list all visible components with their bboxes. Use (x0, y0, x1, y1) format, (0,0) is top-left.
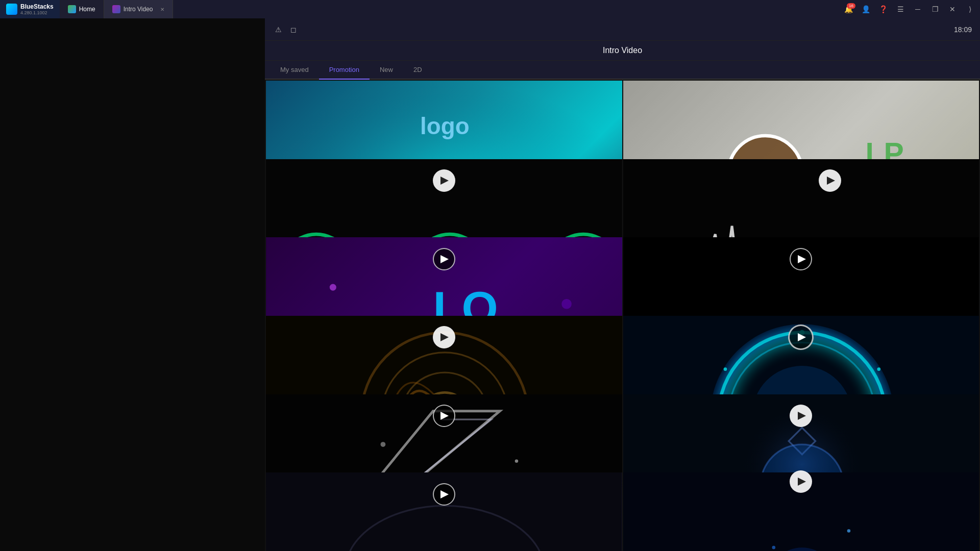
svg-point-58 (772, 546, 775, 549)
help-button[interactable]: ❓ (875, 2, 891, 16)
titlebar-controls: 🔔 16 👤 ❓ ☰ ─ ❐ ✕ ⟩ (840, 0, 980, 18)
account-button[interactable]: 👤 (857, 2, 874, 16)
svg-point-19 (561, 299, 572, 309)
notif-badge: 16 (847, 3, 855, 9)
play-button-2[interactable] (819, 169, 841, 192)
play-button-7[interactable] (433, 405, 455, 427)
app-header: ⚠ ◻ 18:09 (265, 18, 980, 41)
play-button-1[interactable] (433, 169, 455, 192)
app-title-bar: Intro Video (265, 41, 980, 61)
play-button-9[interactable] (433, 483, 455, 506)
tab-2d[interactable]: 2D (403, 61, 432, 79)
tab-new[interactable]: New (370, 61, 403, 79)
header-icons: ⚠ ◻ (273, 24, 299, 35)
expand-button[interactable]: ⟩ (962, 2, 978, 16)
svg-point-17 (330, 284, 336, 291)
home-tab-label: Home (79, 6, 95, 13)
minimize-button[interactable]: ─ (910, 2, 926, 16)
svg-point-43 (515, 459, 519, 463)
close-button[interactable]: ✕ (944, 2, 961, 16)
bookmark-icon[interactable]: ◻ (288, 24, 299, 35)
tab-close-icon[interactable]: ✕ (160, 7, 164, 12)
bluestacks-version: 4.280.1.1002 (20, 10, 54, 15)
svg-point-44 (381, 442, 386, 447)
titlebar: BlueStacks 4.280.1.1002 Home Intro Video… (0, 0, 980, 18)
menu-button[interactable]: ☰ (892, 2, 909, 16)
video-grid: logo 👤 LP (265, 80, 980, 551)
intro-tab-label: Intro Video (124, 6, 153, 13)
bluestacks-name: BlueStacks (20, 3, 54, 10)
intro-icon (112, 5, 120, 13)
left-panel (0, 18, 265, 551)
svg-marker-49 (789, 428, 815, 454)
svg-point-34 (877, 367, 880, 371)
notifications-button[interactable]: 🔔 16 (840, 2, 856, 16)
svg-point-65 (768, 547, 835, 551)
tab-promotion[interactable]: Promotion (319, 61, 370, 80)
header-time: 18:09 (954, 26, 972, 34)
bluestacks-info: BlueStacks 4.280.1.1002 (20, 3, 54, 15)
play-button-10[interactable] (790, 470, 812, 493)
app-title: Intro Video (603, 46, 642, 55)
play-button-5[interactable] (433, 326, 455, 348)
play-button-4[interactable] (790, 248, 812, 270)
tab-intro-video[interactable]: Intro Video ✕ (104, 0, 173, 18)
warning-icon[interactable]: ⚠ (273, 24, 283, 35)
svg-point-63 (847, 529, 850, 533)
tab-my-saved[interactable]: My saved (270, 61, 319, 79)
tabs-bar: My saved Promotion New 2D (265, 61, 980, 80)
restore-button[interactable]: ❐ (927, 2, 943, 16)
svg-point-55 (345, 506, 545, 551)
bluestacks-icon (6, 4, 17, 15)
tab-home[interactable]: Home (60, 0, 104, 18)
svg-text:logo: logo (420, 113, 470, 139)
app-frame: ⚠ ◻ 18:09 Intro Video My saved Promotion… (265, 18, 980, 551)
home-icon (68, 5, 76, 13)
main-container: ⚠ ◻ 18:09 Intro Video My saved Promotion… (0, 18, 980, 551)
svg-point-40 (723, 367, 727, 371)
bluestacks-logo: BlueStacks 4.280.1.1002 (0, 0, 60, 18)
play-button-3[interactable] (433, 248, 455, 270)
